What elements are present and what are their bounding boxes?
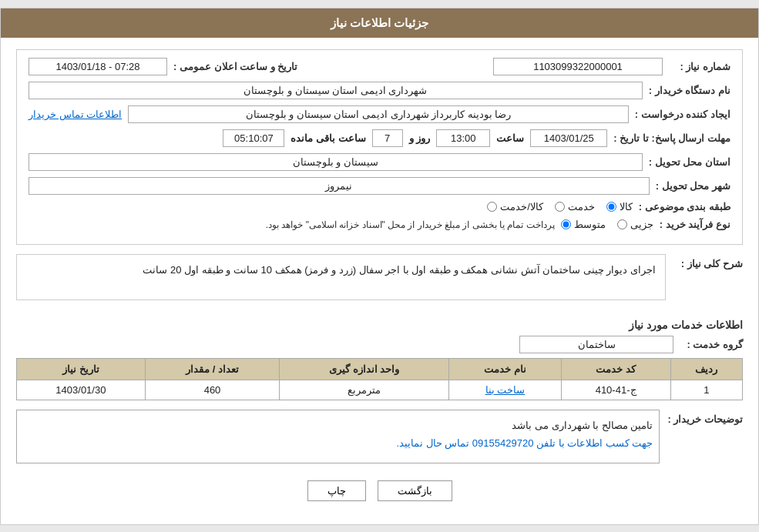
service-group-label: گروه خدمت : xyxy=(681,339,743,350)
table-cell: ج-41-410 xyxy=(561,380,670,400)
announce-value: 1403/01/18 - 07:28 xyxy=(29,58,167,75)
deadline-date: 1403/01/25 xyxy=(530,129,607,147)
col-header-unit: واحد اندازه گیری xyxy=(280,359,449,380)
process-label: نوع فرآیند خرید : xyxy=(660,219,730,230)
table-cell: 460 xyxy=(145,380,279,400)
col-header-name: نام خدمت xyxy=(449,359,562,380)
service-group-value: ساختمان xyxy=(519,336,673,353)
print-button[interactable]: چاپ xyxy=(307,480,366,501)
remaining-label: ساعت باقی مانده xyxy=(291,132,365,144)
col-header-date: تاریخ نیاز xyxy=(17,359,146,380)
page-title: جزئیات اطلاعات نیاز xyxy=(331,16,428,29)
table-cell: مترمربع xyxy=(280,380,449,400)
buyer-org-label: نام دستگاه خریدار : xyxy=(649,85,730,96)
process-radio-group: جزیی متوسط xyxy=(561,219,653,230)
need-number-label: شماره نیاز : xyxy=(669,61,730,72)
table-cell: 1403/01/30 xyxy=(17,380,146,400)
province-row: استان محل تحویل : سیستان و بلوچستان xyxy=(29,153,730,171)
need-number-row: شماره نیاز : 1103099322000001 تاریخ و سا… xyxy=(29,58,730,75)
description-text: اجرای دیوار چینی ساختمان آتش نشانی همکف … xyxy=(16,254,666,300)
buyer-notes-label: توضیحات خریدار : xyxy=(667,410,743,425)
description-label: شرح کلی نیاز : xyxy=(673,254,743,269)
deadline-row: مهلت ارسال پاسخ: تا تاریخ : 1403/01/25 س… xyxy=(29,129,730,147)
col-header-row: ردیف xyxy=(670,359,742,380)
creator-row: ایجاد کننده درخواست : رضا بودینه کاربردا… xyxy=(29,105,730,123)
category-radio3-label: کالا/خدمت xyxy=(500,201,543,212)
deadline-label: مهلت ارسال پاسخ: تا تاریخ : xyxy=(613,132,730,144)
buyer-notes-box: تامین مصالح با شهرداری می باشد جهت کسب ا… xyxy=(16,410,660,463)
buyer-notes-line2-text: جهت کسب اطلاعات با تلفن 09155429720 تماس… xyxy=(396,437,653,449)
page-container: جزئیات اطلاعات نیاز شماره نیاز : 1103099… xyxy=(0,8,759,525)
services-title: اطلاعات خدمات مورد نیاز xyxy=(16,319,743,331)
category-label: طبقه بندی موضوعی : xyxy=(639,201,730,212)
process-row: نوع فرآیند خرید : جزیی متوسط پرداخت تمام… xyxy=(29,219,730,230)
buyer-notes-line2: جهت کسب اطلاعات با تلفن 09155429720 تماس… xyxy=(23,434,653,452)
province-value: سیستان و بلوچستان xyxy=(29,153,643,171)
category-radio2-label: خدمت xyxy=(568,201,595,212)
process-radio2-label: متوسط xyxy=(574,219,606,230)
deadline-time-label: ساعت xyxy=(496,132,524,144)
city-row: شهر محل تحویل : نیمروز xyxy=(29,177,730,195)
buyer-notes-section: توضیحات خریدار : تامین مصالح با شهرداری … xyxy=(16,410,743,463)
back-button[interactable]: بازگشت xyxy=(378,480,452,501)
table-cell: ساخت بنا xyxy=(449,380,562,400)
deadline-time: 13:00 xyxy=(436,129,490,147)
process-radio1-label: جزیی xyxy=(630,219,653,230)
table-row: 1ج-41-410ساخت بنامترمربع4601403/01/30 xyxy=(17,380,743,400)
category-radio-group: کالا خدمت کالا/خدمت xyxy=(487,201,633,212)
col-header-qty: تعداد / مقدار xyxy=(145,359,279,380)
category-radio-khedmat[interactable]: خدمت xyxy=(555,201,595,212)
contact-link[interactable]: اطلاعات تماس خریدار xyxy=(29,109,122,120)
category-radio1-label: کالا xyxy=(620,201,633,212)
announce-label: تاریخ و ساعت اعلان عمومی : xyxy=(173,61,297,72)
deadline-days: 7 xyxy=(372,129,403,147)
province-label: استان محل تحویل : xyxy=(649,156,730,168)
description-section: شرح کلی نیاز : اجرای دیوار چینی ساختمان … xyxy=(16,254,743,309)
page-header: جزئیات اطلاعات نیاز xyxy=(1,8,758,38)
creator-value: رضا بودینه کاربرداز شهرداری ادیمی استان … xyxy=(128,105,629,123)
process-desc: پرداخت تمام یا بخشی از مبلغ خریدار از مح… xyxy=(266,219,555,230)
buyer-org-row: نام دستگاه خریدار : شهرداری ادیمی استان … xyxy=(29,82,730,99)
services-table: ردیف کد خدمت نام خدمت واحد اندازه گیری ت… xyxy=(16,358,743,400)
service-group-row: گروه خدمت : ساختمان xyxy=(16,336,743,353)
creator-label: ایجاد کننده درخواست : xyxy=(635,109,730,120)
need-number-value: 1103099322000001 xyxy=(493,58,663,75)
category-row: طبقه بندی موضوعی : کالا خدمت کالا/خدمت xyxy=(29,201,730,212)
category-radio-kala-khedmat[interactable]: کالا/خدمت xyxy=(487,201,543,212)
process-radio-jozii[interactable]: جزیی xyxy=(617,219,653,230)
main-content: شماره نیاز : 1103099322000001 تاریخ و سا… xyxy=(1,38,758,524)
buyer-notes-line1: تامین مصالح با شهرداری می باشد xyxy=(23,417,653,434)
remaining-time: 05:10:07 xyxy=(223,129,284,147)
deadline-day-label: روز و xyxy=(409,132,431,144)
bottom-buttons: بازگشت چاپ xyxy=(16,473,743,513)
services-section: اطلاعات خدمات مورد نیاز گروه خدمت : ساخت… xyxy=(16,319,743,400)
main-form-section: شماره نیاز : 1103099322000001 تاریخ و سا… xyxy=(16,49,743,245)
col-header-code: کد خدمت xyxy=(561,359,670,380)
buyer-org-value: شهرداری ادیمی استان سیستان و بلوچستان xyxy=(29,82,643,99)
city-label: شهر محل تحویل : xyxy=(656,180,730,192)
table-cell: 1 xyxy=(670,380,742,400)
process-radio-motavasset[interactable]: متوسط xyxy=(561,219,606,230)
category-radio-kala[interactable]: کالا xyxy=(606,201,633,212)
city-value: نیمروز xyxy=(29,177,650,195)
